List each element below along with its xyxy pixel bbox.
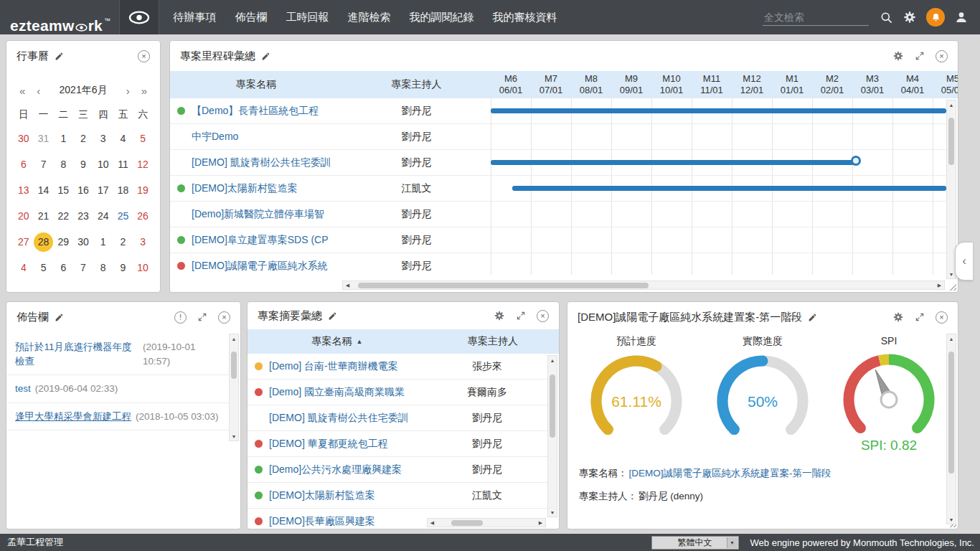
calendar-day[interactable]: 10 (133, 255, 153, 281)
calendar-day[interactable]: 2 (73, 126, 93, 151)
project-link[interactable]: [DEMO]誠陽電子廠區純水系統建置案-第一階段 (629, 468, 831, 479)
summary-row[interactable]: [DEMO] 凱旋青樹公共住宅委訓劉丹尼 (248, 405, 547, 431)
gear-icon[interactable] (892, 50, 904, 62)
bulletin-link[interactable]: test (15, 382, 31, 396)
project-link[interactable]: [DEMO]誠陽電子廠區純水系統 (192, 260, 342, 273)
summary-row[interactable]: [Demo]公共污水處理廠興建案劉丹尼 (248, 457, 547, 483)
scroll-thumb[interactable] (231, 352, 237, 379)
prev-month-arrow[interactable]: ‹ (31, 85, 46, 97)
scroll-down-arrow[interactable]: ▼ (230, 432, 238, 441)
project-link[interactable]: [DEMO] 華夏都更統包工程 (269, 438, 427, 451)
close-icon[interactable]: × (936, 50, 948, 62)
vertical-scrollbar[interactable]: ▲ ▼ (946, 334, 956, 524)
project-link[interactable]: [DEMO] 凱旋青樹公共住宅委訓 (269, 412, 427, 425)
bell-button[interactable] (926, 8, 945, 27)
close-icon[interactable]: × (138, 50, 150, 62)
calendar-day[interactable]: 14 (34, 177, 54, 203)
expand-icon[interactable] (516, 311, 526, 321)
milestone-row[interactable]: 【Demo】長青社區統包工程劉丹尼 (170, 98, 946, 124)
calendar-day[interactable]: 9 (73, 151, 93, 177)
vertical-scrollbar[interactable]: ▲ ▼ (547, 355, 557, 517)
next-month-arrow[interactable]: › (121, 85, 136, 97)
calendar-day[interactable]: 5 (34, 255, 54, 281)
expand-icon[interactable] (915, 51, 925, 61)
project-link[interactable]: [DEMO]太陽新村監造案 (269, 489, 427, 502)
menu-item[interactable]: 佈告欄 (225, 0, 276, 34)
calendar-day[interactable]: 21 (34, 203, 54, 229)
bulletin-link[interactable]: 預計於11月底進行機器年度檢查 (15, 340, 138, 368)
milestone-row[interactable]: [DEMO]太陽新村監造案江凱文 (170, 176, 946, 202)
scroll-thumb[interactable] (451, 520, 483, 526)
calendar-day[interactable]: 23 (73, 203, 93, 229)
bulletin-item[interactable]: 逢甲大學精采學會新建工程(2018-10-05 03:03) (6, 403, 229, 431)
calendar-day[interactable]: 8 (53, 151, 73, 177)
calendar-day[interactable]: 27 (14, 229, 34, 255)
scroll-thumb[interactable] (358, 283, 649, 288)
menu-item[interactable]: 工時回報 (276, 0, 338, 34)
menu-item[interactable]: 進階檢索 (338, 0, 400, 34)
column-header-owner[interactable]: 專案主持人 (427, 329, 559, 354)
gear-icon[interactable] (903, 10, 917, 24)
scroll-thumb[interactable] (948, 352, 954, 474)
calendar-day[interactable]: 6 (14, 151, 34, 177)
project-link[interactable]: 中宇Demo (192, 131, 342, 143)
scroll-track[interactable] (230, 343, 238, 432)
milestone-row[interactable]: [DEMO]誠陽電子廠區純水系統劉丹尼 (170, 253, 946, 275)
scroll-left-arrow[interactable]: ◀ (343, 283, 352, 288)
calendar-day[interactable]: 9 (113, 255, 133, 281)
calendar-day[interactable]: 29 (53, 229, 73, 255)
calendar-day[interactable]: 6 (53, 255, 73, 281)
menu-item[interactable]: 我的審核資料 (483, 0, 566, 34)
scroll-right-arrow[interactable]: ▶ (536, 520, 545, 526)
milestone-row[interactable]: [DEMO]阜立建置專案SDS (CP劉丹尼 (170, 227, 946, 253)
column-header-owner[interactable]: 專案主持人 (342, 71, 491, 98)
calendar-day[interactable]: 10 (93, 151, 113, 177)
scroll-track[interactable] (352, 281, 935, 289)
edit-icon[interactable] (808, 313, 817, 322)
menu-item[interactable]: 我的調閱紀錄 (400, 0, 483, 34)
calendar-day[interactable]: 26 (133, 203, 153, 229)
project-link[interactable]: 【Demo】長青社區統包工程 (192, 105, 342, 118)
menu-item[interactable]: 待辦事項 (164, 0, 225, 34)
close-icon[interactable]: × (218, 311, 230, 324)
calendar-day[interactable]: 7 (34, 151, 54, 177)
calendar-day[interactable]: 3 (93, 126, 113, 151)
scroll-up-arrow[interactable]: ▲ (230, 334, 238, 343)
column-header-name[interactable]: 專案名稱 ▲ (248, 329, 427, 354)
calendar-day[interactable]: 20 (14, 203, 34, 229)
edit-icon[interactable] (55, 313, 64, 322)
calendar-day[interactable]: 18 (113, 177, 133, 203)
calendar-day[interactable]: 2 (113, 229, 133, 255)
search-input[interactable] (763, 9, 869, 25)
edit-icon[interactable] (328, 311, 337, 321)
calendar-day[interactable]: 1 (93, 229, 113, 255)
project-link[interactable]: [Demo] 台南-世華商辦機電案 (269, 360, 427, 373)
calendar-day[interactable]: 5 (133, 126, 153, 151)
calendar-day[interactable]: 8 (93, 255, 113, 281)
horizontal-scrollbar[interactable]: ◀ ▶ (342, 281, 945, 290)
info-icon[interactable]: ! (174, 311, 187, 324)
calendar-day[interactable]: 3 (133, 229, 153, 255)
expand-icon[interactable] (915, 312, 925, 322)
bulletin-item[interactable]: 預計於11月底進行機器年度檢查(2019-10-01 10:57) (6, 334, 229, 375)
scroll-up-arrow[interactable]: ▲ (947, 334, 956, 343)
language-select[interactable]: 繁體中文 ▼ (651, 536, 739, 550)
horizontal-scrollbar[interactable]: ◀ ▶ (427, 518, 546, 527)
gantt-milestone-marker[interactable] (851, 156, 861, 166)
scroll-track[interactable] (947, 109, 956, 270)
sort-asc-icon[interactable]: ▲ (357, 338, 363, 345)
scroll-left-arrow[interactable]: ◀ (428, 520, 437, 526)
calendar-day[interactable]: 13 (14, 177, 34, 203)
summary-row[interactable]: [DEMO]太陽新村監造案江凱文 (248, 483, 547, 509)
prev-year-arrow[interactable]: « (14, 85, 31, 97)
user-icon[interactable] (954, 10, 969, 24)
project-link[interactable]: [Demo]新城醫院立體停車場智 (192, 208, 342, 221)
edit-icon[interactable] (55, 52, 64, 61)
calendar-day[interactable]: 30 (73, 229, 93, 255)
app-logo[interactable]: ezteamw rk ™ (0, 0, 119, 34)
bulletin-link[interactable]: 逢甲大學精采學會新建工程 (15, 410, 131, 424)
scroll-track[interactable] (437, 519, 536, 527)
calendar-day[interactable]: 25 (113, 203, 133, 229)
project-link[interactable]: [DEMO]太陽新村監造案 (192, 182, 342, 195)
calendar-day[interactable]: 7 (73, 255, 93, 281)
